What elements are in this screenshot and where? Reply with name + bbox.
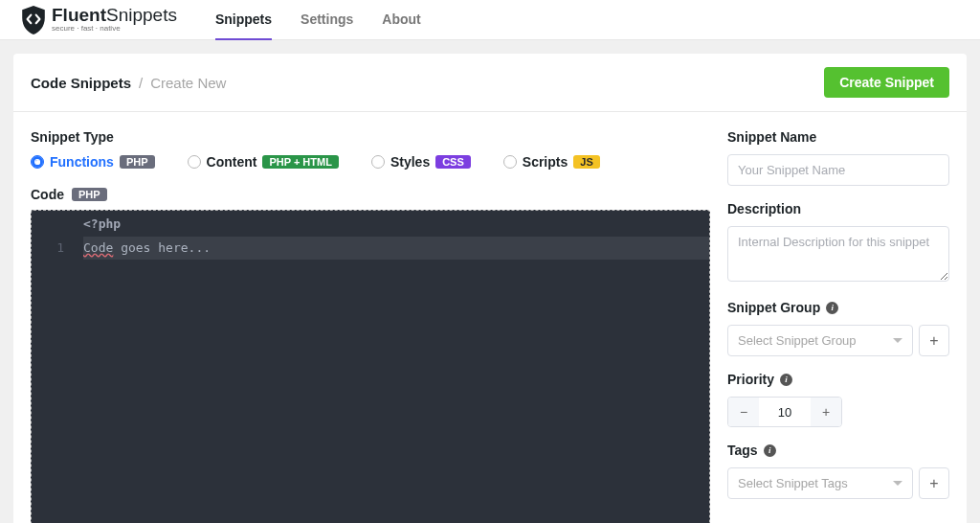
priority-group: Priority i − 10 +	[727, 372, 949, 427]
info-icon[interactable]: i	[764, 444, 776, 457]
type-option-scripts[interactable]: Scripts JS	[503, 154, 600, 170]
tab-about[interactable]: About	[382, 0, 420, 40]
brand-logo: FluentSnippets secure · fast · native	[21, 6, 177, 34]
tab-label: Snippets	[215, 11, 272, 27]
group-label-text: Snippet Group	[727, 300, 820, 315]
info-icon[interactable]: i	[826, 302, 838, 314]
group-placeholder: Select Snippet Group	[738, 333, 857, 348]
editor-active-line: 1 Code goes here...	[32, 237, 709, 259]
description-input[interactable]	[727, 226, 949, 282]
priority-label-text: Priority	[727, 372, 774, 387]
group-label: Snippet Group i	[727, 300, 949, 315]
brand-name: FluentSnippets	[52, 7, 177, 23]
breadcrumb-root[interactable]: Code Snippets	[31, 75, 131, 91]
type-option-functions[interactable]: Functions PHP	[31, 154, 155, 170]
snippet-type-selector: Functions PHP Content PHP + HTML Styles …	[31, 154, 710, 170]
type-option-content[interactable]: Content PHP + HTML	[188, 154, 339, 170]
tab-label: Settings	[301, 11, 353, 27]
breadcrumb-current: Create New	[150, 75, 226, 91]
add-group-button[interactable]: +	[919, 325, 949, 356]
type-option-styles[interactable]: Styles CSS	[371, 154, 471, 170]
tags-group: Tags i Select Snippet Tags +	[727, 443, 949, 499]
card-header: Code Snippets / Create New Create Snippe…	[13, 54, 967, 112]
shield-code-icon	[21, 6, 46, 34]
priority-stepper: − 10 +	[727, 397, 842, 427]
snippet-name-group: Snippet Name	[727, 129, 949, 186]
tags-select[interactable]: Select Snippet Tags	[727, 467, 913, 499]
breadcrumb: Code Snippets / Create New	[31, 75, 226, 91]
info-icon[interactable]: i	[780, 374, 792, 386]
priority-value[interactable]: 10	[759, 398, 811, 426]
type-label: Styles	[390, 154, 430, 170]
priority-label: Priority i	[727, 372, 949, 387]
tab-label: About	[382, 11, 420, 27]
main-column: Snippet Type Functions PHP Content PHP +…	[31, 129, 710, 523]
php-open-tag: <?php	[74, 216, 121, 231]
card-body: Snippet Type Functions PHP Content PHP +…	[13, 112, 967, 523]
create-snippet-button[interactable]: Create Snippet	[824, 67, 949, 98]
code-heading-row: Code PHP	[31, 187, 710, 202]
group-select[interactable]: Select Snippet Group	[727, 325, 913, 356]
line-number: 1	[32, 240, 74, 255]
tab-snippets[interactable]: Snippets	[215, 0, 272, 40]
breadcrumb-sep: /	[139, 75, 143, 91]
snippet-type-heading: Snippet Type	[31, 129, 710, 145]
priority-minus-button[interactable]: −	[728, 398, 759, 426]
radio-icon	[188, 155, 201, 169]
tags-placeholder: Select Snippet Tags	[738, 476, 848, 490]
description-group: Description	[727, 201, 949, 284]
radio-icon	[503, 155, 517, 169]
badge-js: JS	[573, 155, 599, 169]
nav-tabs: Snippets Settings About	[215, 0, 421, 40]
snippet-name-input[interactable]	[727, 154, 949, 186]
editor-open-tag-line: <?php	[32, 211, 709, 237]
add-tag-button[interactable]: +	[919, 467, 949, 499]
code-underline: Code	[83, 240, 113, 255]
badge-php: PHP	[72, 188, 107, 201]
group-group: Snippet Group i Select Snippet Group +	[727, 300, 949, 356]
badge-php: PHP	[120, 155, 155, 169]
brand-first: Fluent	[52, 5, 106, 25]
chevron-down-icon	[893, 338, 902, 343]
tab-settings[interactable]: Settings	[301, 0, 353, 40]
badge-php-html: PHP + HTML	[262, 155, 339, 169]
priority-plus-button[interactable]: +	[811, 398, 841, 426]
sidebar-column: Snippet Name Description Snippet Group i…	[727, 129, 949, 523]
radio-icon	[31, 155, 44, 169]
code-editor[interactable]: <?php 1 Code goes here...	[31, 210, 710, 523]
chevron-down-icon	[893, 481, 902, 486]
tags-label: Tags i	[727, 443, 949, 458]
radio-icon	[371, 155, 385, 169]
snippet-name-label: Snippet Name	[727, 129, 949, 145]
type-label: Content	[207, 154, 257, 170]
description-label: Description	[727, 201, 949, 216]
type-label: Scripts	[523, 154, 568, 170]
tags-label-text: Tags	[727, 443, 758, 458]
code-rest: goes here...	[113, 240, 211, 255]
app-header: FluentSnippets secure · fast · native Sn…	[0, 0, 980, 40]
code-heading: Code	[31, 187, 64, 202]
editor-placeholder: Code goes here...	[74, 240, 211, 255]
badge-css: CSS	[435, 155, 471, 169]
main-card: Code Snippets / Create New Create Snippe…	[13, 54, 967, 523]
type-label: Functions	[50, 154, 114, 170]
brand-second: Snippets	[106, 5, 177, 25]
